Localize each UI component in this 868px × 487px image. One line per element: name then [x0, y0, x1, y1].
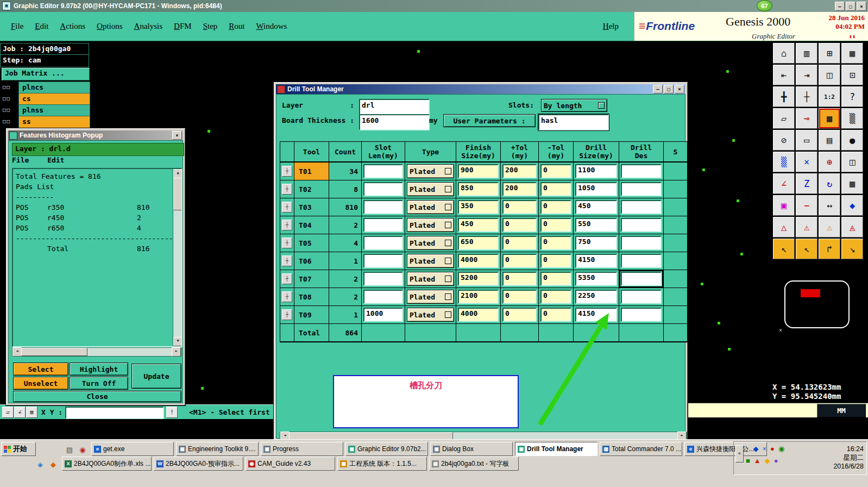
erase-icon[interactable]: ⊘: [773, 130, 795, 151]
plus-tol-input[interactable]: 0: [502, 200, 537, 214]
tool-row-handle-icon[interactable]: ┼: [282, 220, 292, 230]
drill-des-input[interactable]: [621, 308, 662, 322]
plus-tol-input[interactable]: 0: [502, 308, 537, 322]
triangle-icon[interactable]: △: [773, 217, 795, 238]
slot-len-input[interactable]: [363, 164, 403, 178]
slots-dropdown[interactable]: By length: [541, 99, 607, 112]
delete-shape-icon[interactable]: ×: [796, 152, 817, 172]
select-arrow-icon[interactable]: ↖: [773, 239, 795, 259]
finish-size-input[interactable]: 850: [458, 182, 499, 196]
type-dropdown[interactable]: Plated: [407, 290, 454, 304]
type-dropdown[interactable]: Plated: [407, 182, 454, 196]
tool-id-cell-T02[interactable]: T02: [294, 180, 329, 198]
select-arrow-alt-icon[interactable]: ↖: [796, 239, 817, 259]
home-icon[interactable]: ⌂: [773, 43, 795, 64]
layer-visibility-icon[interactable]: □□: [1, 93, 19, 103]
drill-des-input[interactable]: [621, 290, 662, 304]
type-dropdown[interactable]: Plated: [407, 218, 454, 232]
tool-id-cell-T05[interactable]: T05: [294, 234, 329, 252]
type-dropdown[interactable]: Plated: [407, 254, 454, 268]
layer-item-ss[interactable]: ss: [18, 116, 90, 128]
triangle-dot-icon[interactable]: ◬: [841, 217, 863, 238]
minus-tol-input[interactable]: 0: [540, 290, 571, 304]
highlight-button[interactable]: Highlight: [70, 363, 128, 376]
type-dropdown[interactable]: Plated: [407, 308, 454, 322]
draw-tool-icon[interactable]: ▱: [2, 407, 14, 418]
crosshair-icon[interactable]: ┼: [796, 86, 817, 107]
plus-tol-input[interactable]: 0: [502, 218, 537, 232]
drill-size-input[interactable]: 1100: [575, 164, 617, 178]
layer-item-plncs[interactable]: plncs: [18, 82, 90, 94]
menu-edit[interactable]: Edit: [35, 22, 48, 31]
layer-input[interactable]: drl: [359, 99, 430, 115]
add-pad-icon[interactable]: ⊕: [819, 152, 840, 172]
pad-pattern-icon[interactable]: ▒: [773, 152, 795, 172]
drill-size-input[interactable]: 4150: [575, 308, 617, 322]
finish-size-input[interactable]: 650: [458, 236, 499, 250]
layer-visibility-icon[interactable]: □□: [1, 82, 19, 92]
warning-yellow-icon[interactable]: ⚠: [819, 217, 840, 238]
type-dropdown[interactable]: Plated: [407, 200, 454, 214]
tool-row-handle-icon[interactable]: ┼: [282, 273, 292, 284]
dtm-maximize-icon[interactable]: ▢: [664, 85, 674, 93]
quick-launch-icon-1[interactable]: ◉: [77, 444, 88, 455]
slot-len-input[interactable]: [363, 200, 403, 214]
user-parameters-button[interactable]: User Parameters :: [443, 114, 536, 127]
menu-rout[interactable]: Rout: [229, 22, 244, 31]
dtm-minimize-icon[interactable]: —: [653, 85, 663, 93]
drill-size-input[interactable]: 550: [575, 218, 617, 232]
ruler-icon[interactable]: ▤: [819, 130, 840, 151]
user-parameters-input[interactable]: hasl: [538, 114, 609, 130]
taskbar-button[interactable]: ▣Drill Tool Manager: [515, 442, 597, 456]
split-window-icon[interactable]: ◫: [819, 65, 840, 85]
tool-id-cell-T01[interactable]: T01: [294, 163, 329, 180]
taskbar-button[interactable]: eget.exe: [91, 442, 174, 456]
turn-off-button[interactable]: Turn Off: [70, 377, 128, 390]
layer-item-plnss[interactable]: plnss: [18, 104, 90, 117]
drill-size-input[interactable]: 4150: [575, 254, 617, 268]
drill-des-input[interactable]: [621, 272, 662, 286]
tray-icon-1[interactable]: ◆: [753, 444, 759, 454]
close-button[interactable]: Close: [13, 391, 181, 402]
scroll-right-icon[interactable]: ►: [172, 347, 181, 357]
drill-des-input[interactable]: [621, 236, 662, 250]
drill-des-input[interactable]: [621, 182, 662, 196]
histogram-vscrollbar[interactable]: ▲ ▼: [173, 169, 181, 346]
clip-right-icon[interactable]: ⇥: [796, 65, 817, 85]
tray-icon-0[interactable]: ■: [746, 456, 750, 466]
drill-size-input[interactable]: 450: [575, 200, 617, 214]
pause-icon[interactable]: ▮▮: [849, 34, 856, 39]
slot-len-input[interactable]: 1000: [363, 308, 403, 322]
histogram-menu-file[interactable]: File: [12, 156, 29, 164]
taskbar-button[interactable]: ◉CAM_Guide v2.43: [246, 457, 335, 471]
pick-arrow-icon[interactable]: ↘: [841, 239, 863, 259]
minus-tol-input[interactable]: 0: [540, 254, 571, 268]
tool-row-handle-icon[interactable]: ┼: [282, 309, 292, 320]
slot-len-input[interactable]: [363, 254, 403, 268]
minus-tol-input[interactable]: 0: [540, 236, 571, 250]
minus-tol-input[interactable]: 0: [540, 218, 571, 232]
zoom-grid-icon[interactable]: ⊞: [819, 43, 840, 64]
menu-help[interactable]: Help: [603, 22, 619, 31]
slot-len-input[interactable]: [363, 218, 403, 232]
tool-id-cell-T04[interactable]: T04: [294, 216, 329, 234]
slot-len-input[interactable]: [363, 272, 403, 286]
finish-size-input[interactable]: 2100: [458, 290, 499, 304]
drill-size-input[interactable]: 1050: [575, 182, 617, 196]
tray-icon-1[interactable]: ▲: [754, 456, 761, 466]
histogram-hscrollbar[interactable]: ◄ ►: [12, 347, 181, 357]
tray-icon-3[interactable]: ●: [774, 456, 778, 466]
tool-id-cell-T09[interactable]: T09: [294, 306, 329, 324]
tray-icon-2[interactable]: ×: [763, 444, 767, 454]
menu-dfm[interactable]: DFM: [174, 22, 192, 31]
update-button[interactable]: Update: [131, 364, 181, 389]
scroll-up-icon[interactable]: ▲: [173, 169, 183, 178]
scroll-thumb[interactable]: [21, 348, 87, 356]
tool-id-cell-T03[interactable]: T03: [294, 198, 329, 216]
minus-tol-input[interactable]: 0: [540, 308, 571, 322]
histogram-titlebar[interactable]: Features Histogram Popup ×: [8, 130, 183, 140]
zoom-ratio-icon[interactable]: 1:2: [819, 86, 840, 107]
dtm-titlebar[interactable]: Drill Tool Manager — ▢ ×: [276, 84, 685, 94]
scroll-left-icon[interactable]: ◄: [12, 347, 22, 357]
job-matrix-button[interactable]: Job Matrix ...: [1, 67, 90, 81]
